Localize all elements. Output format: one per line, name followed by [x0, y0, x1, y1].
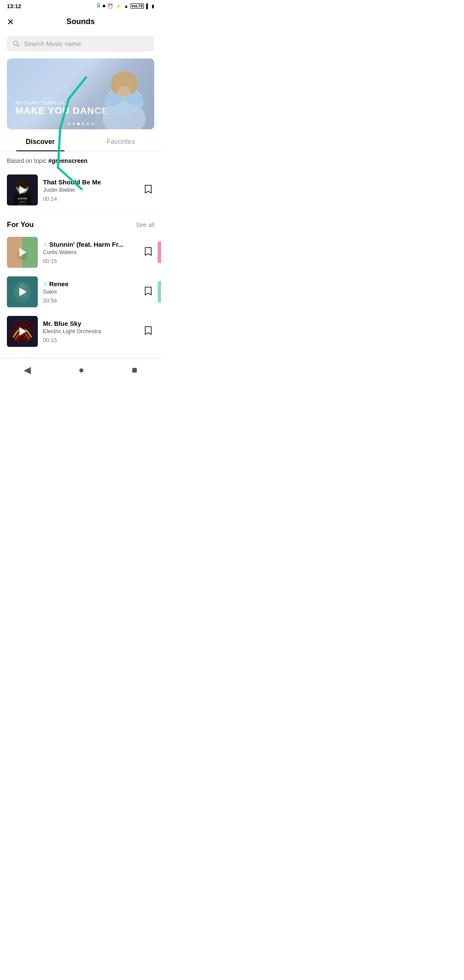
play-icon-stunnin — [19, 248, 27, 257]
track-thumbnail-blue-sky — [7, 316, 38, 347]
track-artist-blue-sky: Electric Light Orchestra — [43, 328, 137, 334]
track-item-renee[interactable]: ♫ Renee Sales 00:58 — [0, 272, 161, 312]
home-button[interactable]: ● — [79, 364, 84, 376]
signal-icon: ▌ — [146, 3, 150, 9]
dot-4 — [82, 122, 84, 125]
bookmark-button-bieber[interactable] — [142, 182, 154, 198]
track-artist-renee: Sales — [43, 288, 137, 295]
track-duration-bieber: 00:14 — [43, 196, 137, 202]
tab-favorites[interactable]: Favorites — [81, 133, 162, 151]
play-overlay-renee[interactable] — [7, 276, 38, 307]
track-artist-stunnin: Curtis Waters — [43, 249, 137, 255]
right-accent-stunnin — [158, 242, 161, 263]
for-you-title: For You — [7, 220, 34, 229]
track-duration-blue-sky: 00:15 — [43, 337, 137, 343]
track-name-blue-sky: Mr. Blue Sky — [43, 320, 137, 327]
page-title: Sounds — [67, 17, 95, 26]
track-info-stunnin: ♫ Stunnin' (feat. Harm Fr... Curtis Wate… — [43, 241, 137, 264]
bottom-navigation: ◀ ● ■ — [0, 358, 161, 384]
banner-pagination — [67, 122, 94, 125]
see-all-button[interactable]: See all — [136, 221, 154, 228]
music-note-icon-renee: ♫ — [43, 280, 48, 287]
bluetooth-icon: ⚡ — [116, 3, 122, 9]
track-thumbnail-renee — [7, 276, 38, 307]
track-item-blue-sky[interactable]: Mr. Blue Sky Electric Light Orchestra 00… — [0, 312, 161, 351]
section-divider — [7, 211, 154, 212]
dot-3-active — [77, 122, 79, 125]
svg-point-9 — [128, 75, 137, 94]
status-time: 13:12 — [7, 3, 21, 9]
wifi-icon: ▲ — [124, 3, 128, 9]
app-header: ✕ Sounds — [0, 12, 161, 31]
track-info-renee: ♫ Renee Sales 00:58 — [43, 280, 137, 304]
lte-icon: VoLTE — [131, 3, 144, 9]
track-info-blue-sky: Mr. Blue Sky Electric Light Orchestra 00… — [43, 320, 137, 343]
track-duration-renee: 00:58 — [43, 297, 137, 304]
right-accent-renee — [158, 281, 161, 303]
play-overlay[interactable] — [7, 175, 38, 205]
track-name-renee: ♫ Renee — [43, 280, 137, 288]
track-name-bieber: That Should Be Me — [43, 178, 137, 186]
status-bar: 13:12 ⠿ ⏰ ⚡ ▲ VoLTE ▌ ▮ — [0, 0, 161, 12]
topic-label: Based on topic #greenscreen — [7, 157, 154, 164]
search-bar[interactable]: Search Music name — [7, 36, 154, 52]
featured-banner[interactable]: MEGHAN TRAINOR MAKE YOU DANCE — [7, 58, 154, 129]
search-placeholder: Search Music name — [24, 40, 81, 47]
topic-section: Based on topic #greenscreen — [0, 151, 161, 170]
play-icon-renee — [19, 288, 27, 296]
bookmark-button-stunnin[interactable] — [142, 245, 154, 260]
bookmark-button-renee[interactable] — [142, 284, 154, 300]
topic-track-item[interactable]: JUSTIN BIEBER WORLD TOUR That Should Be … — [0, 170, 161, 210]
banner-person-image — [94, 58, 154, 129]
search-icon — [13, 40, 20, 47]
track-item-stunnin[interactable]: S ♫ Stunnin' (feat. Harm Fr... Curtis Wa… — [0, 233, 161, 272]
dot-6 — [91, 122, 94, 125]
track-info-bieber: That Should Be Me Justin Bieber 00:14 — [43, 178, 137, 202]
search-container: Search Music name — [0, 31, 161, 56]
recents-button[interactable]: ■ — [131, 364, 137, 376]
play-icon — [19, 186, 27, 194]
podcast-icon: ⠿ — [97, 3, 101, 9]
svg-line-1 — [18, 45, 19, 46]
bookmark-button-blue-sky[interactable] — [142, 324, 154, 340]
for-you-header: For You See all — [0, 214, 161, 233]
play-overlay-stunnin[interactable] — [7, 237, 38, 268]
dot-2 — [72, 122, 75, 125]
alarm-icon: ⏰ — [107, 3, 113, 9]
music-note-icon-stunnin: ♫ — [43, 241, 48, 248]
tab-bar: Discover Favorites — [0, 133, 161, 151]
play-icon-blue-sky — [19, 327, 27, 336]
track-duration-stunnin: 00:15 — [43, 258, 137, 264]
dot-5 — [86, 122, 89, 125]
battery-icon: ▮ — [152, 3, 154, 9]
track-artist-bieber: Justin Bieber — [43, 187, 137, 193]
back-button[interactable]: ◀ — [24, 364, 31, 376]
tab-discover[interactable]: Discover — [0, 133, 81, 151]
svg-point-8 — [111, 75, 120, 94]
track-thumbnail-bieber: JUSTIN BIEBER WORLD TOUR — [7, 175, 38, 205]
play-overlay-blue-sky[interactable] — [7, 316, 38, 347]
track-name-stunnin: ♫ Stunnin' (feat. Harm Fr... — [43, 241, 137, 248]
status-icons: ⠿ ⏰ ⚡ ▲ VoLTE ▌ ▮ — [97, 3, 154, 9]
track-thumbnail-stunnin: S — [7, 237, 38, 268]
dot-1 — [67, 122, 70, 125]
close-button[interactable]: ✕ — [7, 17, 14, 27]
dot-icon — [103, 5, 105, 7]
